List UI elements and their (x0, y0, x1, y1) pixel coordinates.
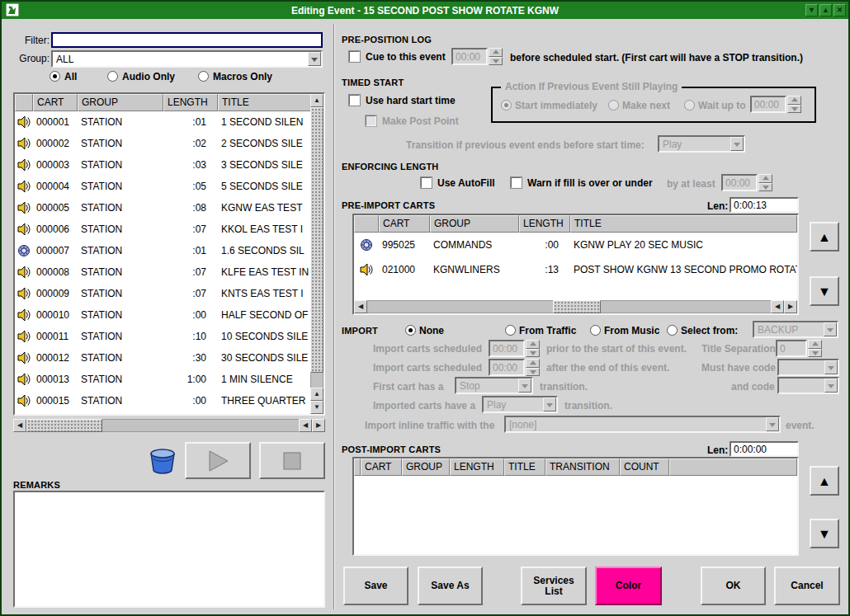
use-autofill-checkbox[interactable] (421, 177, 432, 188)
column-header[interactable]: LENGTH (450, 458, 504, 476)
spin-up-icon[interactable] (526, 340, 540, 349)
table-row[interactable]: 000004STATION:055 SECONDS SILE (15, 176, 323, 197)
first-cart-transition-select[interactable]: Stop (455, 377, 533, 394)
column-header[interactable]: TITLE (504, 458, 545, 476)
play-button[interactable] (185, 442, 251, 479)
table-row[interactable]: 000012STATION:3030 SECONDS SILE (15, 347, 323, 369)
scroll-left-icon[interactable]: ◀ (13, 419, 26, 432)
spin-down-icon[interactable] (787, 105, 801, 114)
column-header[interactable]: TRANSITION (545, 458, 620, 476)
column-header[interactable]: GROUP (402, 458, 450, 476)
filter-input[interactable] (51, 32, 323, 48)
spin-down-icon[interactable] (489, 57, 503, 66)
pre-import-hscrollbar[interactable]: ◀ ◀ ▶ (354, 300, 797, 313)
maximize-button[interactable]: ▲ (819, 4, 832, 16)
column-header[interactable]: LENGTH (163, 94, 218, 111)
hscroll-thumb[interactable] (553, 300, 601, 313)
radio-audio-only[interactable] (107, 71, 118, 82)
spin-down-icon[interactable] (526, 349, 540, 358)
save-button[interactable]: Save (343, 567, 408, 605)
column-header[interactable]: CART (361, 458, 402, 476)
post-import-move-up-button[interactable]: ▲ (810, 466, 839, 496)
library-hscrollbar[interactable]: ◀ ◀ ▶ (13, 419, 325, 432)
table-row[interactable]: 000009STATION:07KNTS EAS TEST I (15, 283, 323, 304)
table-row[interactable]: 021000KGNWLINERS:13POST SHOW KGNW 13 SEC… (354, 257, 797, 282)
chevron-down-icon[interactable] (308, 52, 321, 66)
radio-all[interactable] (50, 71, 60, 82)
audition-bin-icon[interactable] (147, 447, 178, 478)
color-button[interactable]: Color (595, 567, 662, 605)
cue-time-spinner[interactable]: 00:00 (451, 48, 503, 65)
select-from-select[interactable]: BACKUP (753, 321, 838, 338)
wait-time-spinner[interactable]: 00:00 (750, 96, 801, 113)
title-separation-spinner[interactable]: 0 (776, 340, 822, 357)
table-row[interactable]: 000006STATION:07KKOL EAS TEST I (15, 219, 323, 240)
spin-down-icon[interactable] (808, 349, 822, 358)
hscroll-thumb[interactable] (26, 419, 102, 432)
chevron-down-icon[interactable] (824, 360, 838, 374)
radio-select-from[interactable] (667, 325, 678, 336)
inline-traffic-select[interactable]: [none] (504, 416, 781, 433)
and-code-select[interactable] (777, 377, 839, 394)
make-post-point-checkbox[interactable] (366, 115, 376, 126)
warn-fill-checkbox[interactable] (511, 177, 522, 188)
table-row[interactable]: 000005STATION:08KGNW EAS TEST (15, 197, 323, 219)
radio-start-immediately[interactable] (501, 100, 512, 111)
chevron-down-icon[interactable] (543, 397, 556, 411)
table-row[interactable]: 000008STATION:07KLFE EAS TEST IN (15, 261, 323, 283)
hard-start-checkbox[interactable] (349, 95, 360, 106)
radio-make-next[interactable] (608, 100, 619, 111)
chevron-down-icon[interactable] (730, 137, 744, 151)
save-as-button[interactable]: Save As (418, 567, 483, 605)
radio-from-traffic[interactable] (505, 325, 516, 336)
column-header[interactable]: COUNT (620, 458, 669, 476)
remarks-input[interactable] (13, 491, 325, 608)
column-header[interactable]: LENGTH (519, 215, 570, 233)
chevron-down-icon[interactable] (824, 379, 838, 393)
pre-import-move-up-button[interactable]: ▲ (810, 222, 839, 252)
radio-macros-only[interactable] (198, 71, 209, 82)
table-row[interactable]: 000013STATION1:001 MIN SILENCE (15, 369, 323, 390)
column-header[interactable] (15, 94, 33, 111)
column-header[interactable]: CART (33, 94, 78, 111)
titlebar[interactable]: Editing Event - 15 SECOND POST SHOW ROTA… (2, 2, 848, 19)
table-row[interactable]: 000011STATION:1010 SECONDS SILE (15, 326, 323, 347)
radio-wait-up-to[interactable] (684, 100, 695, 111)
column-header[interactable]: GROUP (430, 215, 519, 233)
chevron-down-icon[interactable] (766, 417, 779, 431)
must-have-code-select[interactable] (777, 359, 839, 376)
column-header[interactable]: GROUP (78, 94, 163, 111)
group-select[interactable]: ALL (51, 50, 323, 68)
close-button[interactable]: ✕ (833, 4, 846, 16)
ok-button[interactable]: OK (701, 567, 766, 605)
cancel-button[interactable]: Cancel (774, 567, 840, 605)
cue-to-event-checkbox[interactable] (349, 51, 360, 62)
spin-up-icon[interactable] (526, 359, 540, 368)
column-header[interactable]: TITLE (570, 215, 797, 233)
library-vscrollbar[interactable]: ▲ ▲ ▼ (310, 94, 323, 414)
table-row[interactable]: 995025COMMANDS:00KGNW PLAY 20 SEC MUSIC (354, 233, 797, 257)
table-row[interactable]: 000003STATION:033 SECONDS SILE (15, 154, 323, 176)
table-row[interactable]: 000015STATION:00THREE QUARTER (15, 390, 323, 411)
post-import-move-down-button[interactable]: ▼ (810, 519, 839, 548)
scroll-down-icon[interactable]: ▼ (310, 401, 323, 414)
after-time-spinner[interactable]: 00:00 (489, 359, 540, 376)
scroll-right-icon[interactable]: ▶ (312, 419, 325, 432)
table-row[interactable]: 000007STATION:011.6 SECONDS SIL (15, 240, 323, 261)
column-header[interactable] (354, 458, 361, 476)
stop-button[interactable] (259, 442, 325, 479)
scroll-up-icon[interactable]: ▲ (310, 388, 323, 401)
radio-from-music[interactable] (590, 325, 601, 336)
table-row[interactable]: 000002STATION:022 SECONDS SILE (15, 133, 323, 154)
spin-down-icon[interactable] (758, 183, 772, 192)
scroll-left-icon[interactable]: ◀ (771, 300, 784, 313)
chevron-down-icon[interactable] (824, 322, 837, 336)
transition-select[interactable]: Play (658, 135, 745, 153)
vscroll-thumb[interactable] (310, 107, 323, 373)
minimize-button[interactable]: ▼ (805, 4, 818, 16)
prior-time-spinner[interactable]: 00:00 (489, 340, 540, 357)
scroll-left-icon[interactable]: ◀ (299, 419, 312, 432)
radio-import-none[interactable] (405, 325, 416, 336)
spin-up-icon[interactable] (808, 340, 822, 349)
column-header[interactable]: CART (379, 215, 430, 233)
